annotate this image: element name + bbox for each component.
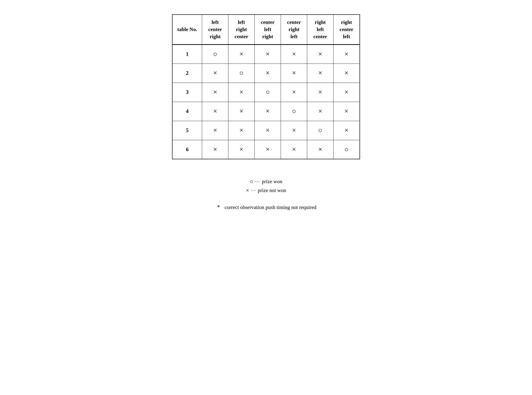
legend-cross-item: × ··· prize not won <box>246 187 286 194</box>
table-row: 4 × × × ○ × × <box>172 102 360 121</box>
cell-2-6: × <box>333 64 360 83</box>
row-number: 1 <box>172 44 202 64</box>
cell-3-3: ○ <box>255 83 281 102</box>
page-container: table No. leftcenterright leftrightcente… <box>135 14 398 211</box>
row-number: 2 <box>172 64 202 83</box>
cross-legend-label: prize not won <box>258 187 286 193</box>
cell-6-3: × <box>255 140 281 159</box>
table-wrapper: table No. leftcenterright leftrightcente… <box>135 14 398 159</box>
legend-section: ○ ··· prize won × ··· prize not won <box>135 178 398 194</box>
cell-6-6: ○ <box>333 140 360 159</box>
row-number: 4 <box>172 102 202 121</box>
cell-5-1: × <box>202 121 228 140</box>
col-header-5: rightleftcenter <box>307 15 333 44</box>
cell-2-3: × <box>255 64 281 83</box>
cell-2-5: × <box>307 64 333 83</box>
row-number: 3 <box>172 83 202 102</box>
row-number: 5 <box>172 121 202 140</box>
cell-6-5: × <box>307 140 333 159</box>
col-header-3: centerleftright <box>255 15 281 44</box>
cross-legend-symbol: × <box>246 187 249 194</box>
cell-5-4: × <box>281 121 307 140</box>
cell-1-2: × <box>228 44 255 64</box>
table-row: 1 ○ × × × × × <box>172 44 360 64</box>
legend-circle-item: ○ ··· prize won <box>250 178 282 185</box>
cell-4-1: × <box>202 102 228 121</box>
table-row: 2 × ○ × × × × <box>172 64 360 83</box>
cell-5-6: × <box>333 121 360 140</box>
col-header-6: rightcenterleft <box>333 15 360 44</box>
circle-legend-symbol: ○ <box>250 178 253 185</box>
cell-1-6: × <box>333 44 360 64</box>
cell-3-2: × <box>228 83 255 102</box>
cell-2-4: × <box>281 64 307 83</box>
cell-3-4: × <box>281 83 307 102</box>
cell-1-5: × <box>307 44 333 64</box>
cell-5-2: × <box>228 121 255 140</box>
col-header-2: leftrightcenter <box>228 15 255 44</box>
cell-6-4: × <box>281 140 307 159</box>
circle-legend-label: prize won <box>262 179 282 185</box>
cell-4-2: × <box>228 102 255 121</box>
cell-2-1: × <box>202 64 228 83</box>
col-header-4: centerrightleft <box>281 15 307 44</box>
cell-6-1: × <box>202 140 228 159</box>
table-row: 5 × × × × ○ × <box>172 121 360 140</box>
cell-6-2: × <box>228 140 255 159</box>
col-header-0: table No. <box>172 15 202 44</box>
note-text: ＊ correct observation push timing not re… <box>216 203 316 211</box>
circle-legend-dots: ··· <box>255 179 260 184</box>
cell-4-3: × <box>255 102 281 121</box>
table-row: 6 × × × × × ○ <box>172 140 360 159</box>
cell-3-6: × <box>333 83 360 102</box>
cell-1-4: × <box>281 44 307 64</box>
note-section: ＊ correct observation push timing not re… <box>135 203 398 211</box>
cell-2-2: ○ <box>228 64 255 83</box>
cell-4-6: × <box>333 102 360 121</box>
cell-4-5: × <box>307 102 333 121</box>
col-header-1: leftcenterright <box>202 15 228 44</box>
result-table: table No. leftcenterright leftrightcente… <box>172 14 360 159</box>
cell-4-4: ○ <box>281 102 307 121</box>
cell-3-1: × <box>202 83 228 102</box>
note-label: correct observation push timing not requ… <box>225 204 316 210</box>
row-number: 6 <box>172 140 202 159</box>
cell-5-3: × <box>255 121 281 140</box>
note-star-symbol: ＊ <box>216 204 222 210</box>
cross-legend-dots: ··· <box>251 188 256 193</box>
cell-1-3: × <box>255 44 281 64</box>
cell-1-1: ○ <box>202 44 228 64</box>
cell-3-5: × <box>307 83 333 102</box>
table-row: 3 × × ○ × × × <box>172 83 360 102</box>
cell-5-5: ○ <box>307 121 333 140</box>
